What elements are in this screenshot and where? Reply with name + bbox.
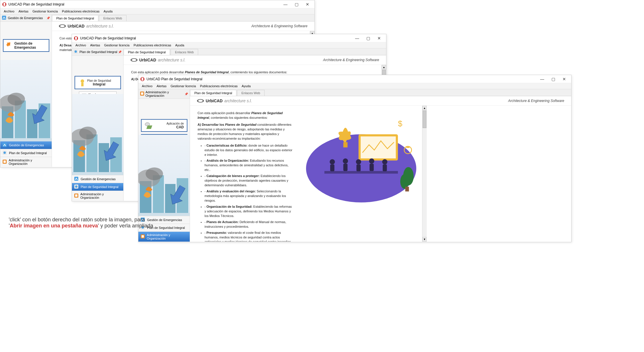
menu-archivo[interactable]: Archivo [2, 9, 16, 14]
pin-icon[interactable]: 📌 [46, 17, 50, 20]
sidebar-header-icon [2, 16, 7, 20]
brand-logo-icon [59, 24, 66, 28]
menu-licencia[interactable]: Gestionar licencia [169, 84, 198, 88]
brand-slogan: Architecture & Engineering Software [252, 24, 307, 28]
svg-point-41 [382, 159, 387, 165]
maximize-button[interactable]: ▢ [291, 1, 302, 8]
svg-rect-40 [370, 164, 374, 171]
fire-arrow-icon [6, 42, 12, 49]
document-text: Con esta aplicación podrá desarrollar Pl… [190, 106, 300, 242]
svg-point-39 [369, 158, 374, 164]
tab-enlaces[interactable]: Enlaces Web [171, 49, 198, 55]
titlebar: UrbiCAD Plan de Seguridad Integral — ▢ ✕ [72, 34, 386, 42]
cad-icon [144, 121, 154, 130]
minimize-button[interactable]: — [280, 1, 291, 8]
tab-plan[interactable]: Plan de Seguridad Integral [124, 49, 170, 55]
maximize-button[interactable]: ▢ [363, 35, 373, 41]
nav-emergencias[interactable]: Gestión de Emergencias [0, 141, 52, 149]
app-icon [74, 36, 78, 41]
svg-rect-45 [405, 187, 409, 191]
menu-publicaciones[interactable]: Publicaciones electrónicas [132, 43, 173, 48]
menu-archivo[interactable]: Archivo [140, 84, 154, 88]
maximize-button[interactable]: ▢ [548, 76, 558, 82]
sidebar-header-label: Gestión de Emergencias [8, 16, 43, 20]
tab-plan[interactable]: Plan de Seguridad Integral [190, 90, 236, 96]
nav-icon [141, 234, 145, 239]
tool-aplicacion-cad[interactable]: Aplicación de CAD [141, 119, 187, 132]
brand-name: UrbiCAD [68, 24, 84, 28]
menu-ayuda[interactable]: Ayuda [173, 43, 186, 48]
menu-archivo[interactable]: Archivo [74, 43, 88, 48]
menu-alertas[interactable]: Alertas [88, 43, 102, 48]
feature-item: - Organización de la Seguridad: Establec… [205, 205, 293, 218]
nav-icon [74, 194, 79, 198]
nav-plan[interactable]: Plan de Seguridad Integral [72, 183, 123, 191]
menu-publicaciones[interactable]: Publicaciones electrónicas [60, 9, 101, 14]
svg-rect-34 [330, 165, 334, 172]
brand-slogan: Architecture & Engineering Software [508, 99, 564, 103]
brand-tag: architecture s.l. [86, 24, 114, 28]
scroll-up-icon[interactable]: ▲ [382, 65, 386, 70]
minimize-button[interactable]: — [537, 76, 547, 82]
close-button[interactable]: ✕ [374, 35, 384, 41]
menu-ayuda[interactable]: Ayuda [240, 84, 252, 88]
titlebar: UrbiCAD Plan de Seguridad Integral — ▢ ✕ [0, 0, 314, 8]
scroll-down-icon[interactable]: ▼ [422, 237, 427, 242]
svg-point-35 [343, 158, 348, 164]
close-button[interactable]: ✕ [559, 76, 569, 82]
pin-icon[interactable]: 📌 [184, 92, 188, 96]
scroll-up-icon[interactable]: ▲ [422, 106, 427, 110]
app-window-admin: UrbiCAD Plan de Seguridad Integral — ▢ ✕… [138, 75, 571, 242]
tab-enlaces[interactable]: Enlaces Web [237, 90, 265, 96]
nav-label: Plan de Seguridad Integral [9, 151, 47, 155]
brand: UrbiCAD architecture s.l. [197, 99, 252, 103]
nav-plan[interactable]: Plan de Seguridad Integral [0, 149, 52, 157]
scrollbar[interactable]: ▲ ▼ [422, 106, 427, 242]
minimize-button[interactable]: — [352, 35, 362, 41]
menu-ayuda[interactable]: Ayuda [102, 9, 114, 14]
nav-label: Gestión de Emergencias [81, 177, 115, 181]
nav-emergencias[interactable]: Gestión de Emergencias [72, 175, 123, 183]
tab-enlaces[interactable]: Enlaces Web [99, 15, 126, 21]
app-icon [2, 2, 7, 7]
nav-icon [3, 143, 7, 147]
menu-alertas[interactable]: Alertas [155, 84, 168, 88]
sidebar-header-icon [140, 92, 144, 96]
nav-icon [3, 151, 7, 155]
brand-name: UrbiCAD [206, 99, 222, 103]
tool-label-a: Plan de Seguridad [87, 79, 111, 82]
nav-label: Gestión de Emergencias [9, 143, 44, 147]
svg-rect-38 [357, 165, 361, 172]
tab-plan[interactable]: Plan de Seguridad Integral [52, 15, 98, 21]
app-icon [140, 77, 145, 81]
menu-licencia[interactable]: Gestionar licencia [31, 9, 59, 14]
caption-highlight: Abrir imagen en una pestaña nueva [10, 223, 98, 229]
feature-item: - Características de Edificio: donde se … [205, 143, 293, 157]
sidebar-header-label: Administración y Organización [145, 90, 184, 97]
svg-rect-31 [343, 142, 347, 147]
nav-admin[interactable]: Administración y Organización [72, 191, 123, 201]
tool-plan-seguridad-integral[interactable]: Plan de Seguridad Integral [75, 76, 121, 89]
feature-item: - Análisis de la Organización: Estudiand… [205, 158, 293, 172]
scroll-thumb[interactable] [423, 111, 426, 128]
menu-publicaciones[interactable]: Publicaciones electrónicas [198, 84, 239, 88]
sidebar-header: Administración y Organización 📌 [138, 89, 190, 99]
nav-icon [3, 160, 7, 164]
nav-admin[interactable]: Administración y Organización [138, 231, 190, 242]
window-title: UrbiCAD Plan de Seguridad Integral [80, 36, 352, 40]
menu-alertas[interactable]: Alertas [17, 9, 30, 14]
nav-admin[interactable]: Administración y Organización [0, 157, 52, 167]
key-person-icon [78, 78, 87, 87]
feature-list: - Características de Edificio: donde se … [205, 143, 293, 242]
city-illustration [0, 60, 52, 141]
nav-label: Administración y Organización [9, 158, 49, 165]
nav-label: Plan de Seguridad Integral [81, 185, 118, 189]
pin-icon[interactable]: 📌 [118, 50, 122, 54]
menubar: Archivo Alertas Gestionar licencia Publi… [138, 83, 571, 89]
svg-point-44 [400, 174, 409, 189]
menu-licencia[interactable]: Gestionar licencia [102, 43, 131, 48]
close-button[interactable]: ✕ [302, 1, 313, 8]
tool-gestion-emergencias[interactable]: Gestión de Emergencias [3, 39, 49, 52]
svg-rect-30 [361, 136, 396, 158]
brand-logo-icon [131, 58, 138, 62]
